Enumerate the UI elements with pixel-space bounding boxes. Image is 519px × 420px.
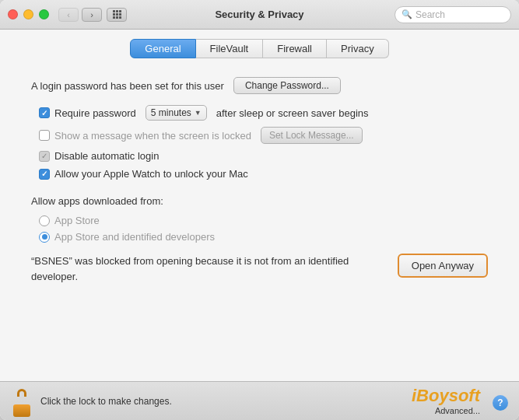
- help-button[interactable]: ?: [493, 395, 508, 411]
- grid-button[interactable]: [107, 8, 127, 22]
- blocked-text: “BSNES” was blocked from opening because…: [31, 254, 385, 284]
- main-content: A login password has been set for this u…: [0, 65, 519, 381]
- lock-change-text: Click the lock to make changes.: [40, 396, 172, 407]
- search-box[interactable]: 🔍 Search: [395, 6, 511, 23]
- minimize-button[interactable]: [23, 9, 33, 19]
- disable-auto-login-label: Disable automatic login: [54, 150, 159, 162]
- traffic-lights: [8, 9, 49, 19]
- login-password-row: A login password has been set for this u…: [31, 77, 488, 94]
- watermark-sub: Advanced...: [435, 406, 480, 415]
- tab-filevault[interactable]: FileVault: [196, 39, 264, 58]
- require-password-label: Require password: [54, 107, 136, 119]
- nav-buttons: ‹ ›: [58, 8, 102, 22]
- back-button[interactable]: ‹: [58, 8, 79, 22]
- lock-icon[interactable]: [11, 389, 33, 414]
- options-group: Require password 5 minutes ▼ after sleep…: [39, 105, 488, 180]
- search-icon: 🔍: [402, 9, 412, 19]
- apple-watch-row: Allow your Apple Watch to unlock your Ma…: [39, 168, 488, 180]
- require-password-dropdown[interactable]: 5 minutes ▼: [146, 105, 207, 121]
- watermark: iBoysoft Advanced...: [412, 386, 480, 415]
- back-icon: ‹: [67, 10, 70, 19]
- set-lock-message-button[interactable]: Set Lock Message...: [261, 127, 363, 144]
- window: ‹ › Security & Privacy 🔍 Search General …: [0, 0, 519, 420]
- forward-icon: ›: [90, 10, 93, 19]
- watermark-brand: iBoysoft: [412, 386, 480, 406]
- require-password-checkbox-container: Require password: [39, 107, 136, 119]
- show-message-checkbox[interactable]: [39, 130, 50, 141]
- bottom-bar: Click the lock to make changes. iBoysoft…: [0, 381, 519, 420]
- login-password-text: A login password has been set for this u…: [31, 80, 224, 92]
- require-password-row: Require password 5 minutes ▼ after sleep…: [39, 105, 488, 121]
- radio-app-store-row: App Store: [39, 215, 488, 226]
- blocked-app-section: “BSNES” was blocked from opening because…: [31, 254, 488, 284]
- apple-watch-label: Allow your Apple Watch to unlock your Ma…: [54, 168, 248, 180]
- require-password-checkbox[interactable]: [39, 107, 50, 118]
- require-password-suffix: after sleep or screen saver begins: [216, 107, 369, 119]
- change-password-button[interactable]: Change Password...: [233, 77, 341, 94]
- watermark-boysoft: Boysoft: [416, 386, 480, 405]
- show-message-label: Show a message when the screen is locked: [54, 130, 251, 142]
- dropdown-arrow-icon: ▼: [195, 109, 202, 117]
- disable-auto-login-checkbox[interactable]: [39, 151, 50, 162]
- tab-bar: General FileVault Firewall Privacy: [0, 30, 519, 65]
- radio-app-store-developers[interactable]: [39, 232, 50, 243]
- radio-app-store[interactable]: [39, 215, 50, 226]
- show-message-checkbox-container: Show a message when the screen is locked: [39, 130, 251, 142]
- disable-auto-login-row: Disable automatic login: [39, 150, 488, 162]
- maximize-button[interactable]: [39, 9, 49, 19]
- dropdown-value: 5 minutes: [151, 107, 191, 118]
- close-button[interactable]: [8, 9, 18, 19]
- tab-general[interactable]: General: [130, 39, 195, 58]
- tab-privacy[interactable]: Privacy: [327, 39, 389, 58]
- open-anyway-button[interactable]: Open Anyway: [398, 254, 488, 278]
- search-placeholder: Search: [416, 9, 445, 20]
- titlebar: ‹ › Security & Privacy 🔍 Search: [0, 0, 519, 30]
- forward-button[interactable]: ›: [82, 8, 102, 22]
- grid-icon: [113, 10, 121, 19]
- radio-app-store-developers-row: App Store and identified developers: [39, 231, 488, 243]
- allow-apps-section: Allow apps downloaded from: App Store Ap…: [31, 195, 488, 243]
- show-message-row: Show a message when the screen is locked…: [39, 127, 488, 144]
- radio-app-store-label: App Store: [54, 215, 100, 226]
- tab-firewall[interactable]: Firewall: [263, 39, 327, 58]
- window-title: Security & Privacy: [215, 9, 303, 20]
- allow-apps-title: Allow apps downloaded from:: [31, 195, 488, 207]
- apple-watch-checkbox[interactable]: [39, 169, 50, 180]
- radio-app-store-developers-label: App Store and identified developers: [54, 231, 215, 243]
- lock-shackle: [17, 389, 26, 397]
- lock-body: [13, 404, 30, 417]
